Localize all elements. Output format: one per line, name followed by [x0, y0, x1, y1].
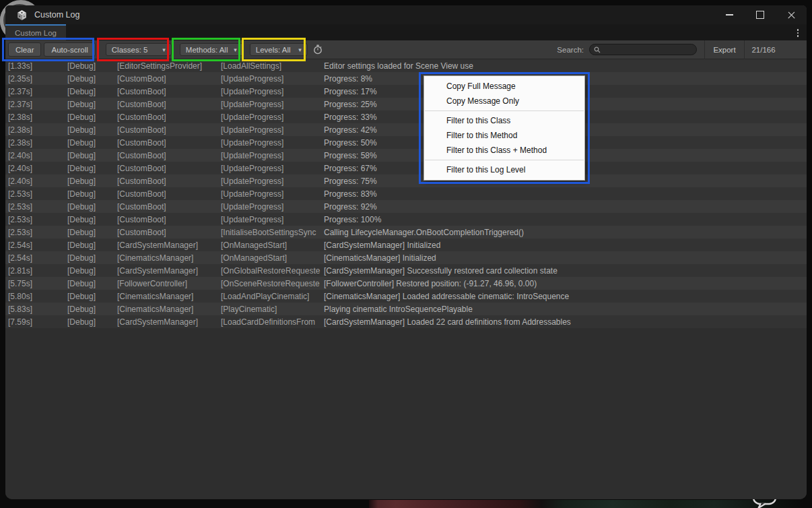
context-menu-item[interactable]: Filter to this Log Level	[424, 162, 584, 177]
log-class: [CardSystemManager]	[117, 266, 221, 276]
log-time: [2.35s]	[8, 74, 65, 84]
log-level: [Debug]	[65, 74, 117, 84]
log-time: [2.81s]	[8, 266, 65, 276]
log-level: [Debug]	[65, 87, 117, 96]
log-method: [UpdateProgress]	[221, 164, 324, 173]
log-row[interactable]: [2.54s][Debug][CinematicsManager][OnMana…	[5, 251, 807, 264]
classes-dropdown-label: Classes: 5	[112, 46, 148, 54]
log-time: [7.59s]	[8, 317, 65, 327]
log-time: [1.33s]	[8, 61, 65, 71]
log-class: [CustomBoot]	[117, 113, 221, 122]
log-method: [UpdateProgress]	[221, 125, 324, 135]
clear-button[interactable]: Clear	[8, 42, 41, 57]
menu-separator	[425, 110, 584, 111]
log-method: [LoadAndPlayCinematic]	[221, 292, 324, 301]
log-row[interactable]: [7.59s][Debug][CardSystemManager][LoadCa…	[5, 315, 807, 328]
log-row[interactable]: [2.38s][Debug][CustomBoot][UpdateProgres…	[5, 123, 807, 136]
title-bar[interactable]: Custom Log	[5, 5, 807, 24]
log-row[interactable]: [2.53s][Debug][CustomBoot][UpdateProgres…	[5, 200, 807, 213]
log-message: [CinematicsManager] Initialized	[324, 253, 807, 263]
log-level: [Debug]	[65, 253, 117, 263]
log-class: [CustomBoot]	[117, 125, 221, 135]
log-method: [InitialiseBootSettingsSync	[221, 228, 324, 237]
context-menu-item[interactable]: Filter to this Class	[424, 113, 584, 128]
log-row[interactable]: [2.53s][Debug][CustomBoot][UpdateProgres…	[5, 187, 807, 200]
log-time: [2.40s]	[8, 177, 65, 186]
log-row[interactable]: [2.38s][Debug][CustomBoot][UpdateProgres…	[5, 136, 807, 149]
log-level: [Debug]	[65, 241, 117, 250]
log-row[interactable]: [5.80s][Debug][CinematicsManager][LoadAn…	[5, 290, 807, 303]
context-menu-item[interactable]: Copy Message Only	[424, 94, 584, 108]
log-level: [Debug]	[65, 279, 117, 288]
log-time: [2.38s]	[8, 113, 65, 122]
log-level: [Debug]	[65, 113, 117, 122]
log-row[interactable]: [2.35s][Debug][CustomBoot][UpdateProgres…	[5, 72, 807, 85]
close-button[interactable]	[776, 5, 807, 24]
log-time: [2.53s]	[8, 189, 65, 199]
more-options-kebab-icon[interactable]	[796, 28, 801, 38]
log-method: [OnGlobalRestoreRequeste	[221, 266, 324, 276]
log-method: [UpdateProgress]	[221, 151, 324, 160]
methods-dropdown[interactable]: Methods: All ▾	[180, 43, 243, 56]
log-time: [5.80s]	[8, 292, 65, 301]
tab-custom-log[interactable]: Custom Log	[5, 24, 66, 40]
levels-dropdown[interactable]: Levels: All ▾	[250, 43, 308, 56]
log-message: Progress: 100%	[324, 215, 807, 224]
log-time: [5.75s]	[8, 279, 65, 288]
log-method: [OnSceneRestoreRequeste	[221, 279, 324, 288]
log-row[interactable]: [2.53s][Debug][CustomBoot][InitialiseBoo…	[5, 226, 807, 239]
search-input[interactable]	[603, 45, 692, 55]
log-method: [UpdateProgress]	[221, 189, 324, 199]
context-menu-item[interactable]: Copy Full Message	[424, 79, 584, 94]
log-row[interactable]: [5.83s][Debug][CinematicsManager][PlayCi…	[5, 303, 807, 315]
context-menu-item[interactable]: Filter to this Method	[424, 128, 584, 143]
log-class: [CardSystemManager]	[117, 317, 221, 327]
log-row[interactable]: [2.81s][Debug][CardSystemManager][OnGlob…	[5, 264, 807, 277]
log-row[interactable]: [1.33s][Debug][EditorSettingsProvider][L…	[5, 59, 807, 72]
log-class: [CustomBoot]	[117, 215, 221, 224]
chevron-down-icon: ▾	[162, 46, 166, 53]
search-icon	[594, 46, 601, 53]
log-row[interactable]: [2.54s][Debug][CardSystemManager][OnMana…	[5, 239, 807, 251]
close-icon	[787, 11, 796, 20]
log-class: [CustomBoot]	[117, 138, 221, 148]
log-level: [Debug]	[65, 292, 117, 301]
log-row[interactable]: [2.38s][Debug][CustomBoot][UpdateProgres…	[5, 110, 807, 123]
export-button[interactable]: Export	[705, 46, 744, 54]
log-row[interactable]: [2.53s][Debug][CustomBoot][UpdateProgres…	[5, 213, 807, 226]
log-time: [2.53s]	[8, 215, 65, 224]
log-time: [2.53s]	[8, 228, 65, 237]
custom-log-window: Custom Log Custom Log Clear Auto-scroll …	[5, 5, 807, 499]
log-message: [CinematicsManager] Loaded addressable c…	[324, 292, 807, 301]
log-method: [UpdateProgress]	[221, 177, 324, 186]
autoscroll-toggle-button[interactable]: Auto-scroll	[44, 42, 95, 57]
log-method: [LoadCardDefinitionsFrom	[221, 317, 324, 327]
log-row[interactable]: [5.75s][Debug][FollowerController][OnSce…	[5, 277, 807, 290]
tab-bar: Custom Log	[5, 24, 807, 40]
log-class: [CardSystemManager]	[117, 241, 221, 250]
log-row[interactable]: [2.40s][Debug][CustomBoot][UpdateProgres…	[5, 162, 807, 174]
log-row[interactable]: [2.40s][Debug][CustomBoot][UpdateProgres…	[5, 149, 807, 162]
minimize-button[interactable]	[714, 5, 745, 24]
log-time: [2.40s]	[8, 151, 65, 160]
log-method: [UpdateProgress]	[221, 87, 324, 96]
maximize-button[interactable]	[745, 5, 776, 24]
stopwatch-icon[interactable]	[313, 44, 323, 55]
log-method: [OnManagedStart]	[221, 253, 324, 263]
log-level: [Debug]	[65, 151, 117, 160]
log-level: [Debug]	[65, 202, 117, 212]
log-row[interactable]: [2.37s][Debug][CustomBoot][UpdateProgres…	[5, 98, 807, 110]
menu-separator	[425, 160, 584, 160]
log-row[interactable]: [2.40s][Debug][CustomBoot][UpdateProgres…	[5, 174, 807, 187]
context-menu-item[interactable]: Filter to this Class + Method	[424, 143, 584, 158]
log-level: [Debug]	[65, 317, 117, 327]
log-time: [2.38s]	[8, 138, 65, 148]
log-level: [Debug]	[65, 100, 117, 109]
context-menu: Copy Full MessageCopy Message OnlyFilter…	[424, 75, 585, 181]
log-method: [UpdateProgress]	[221, 74, 324, 84]
classes-dropdown[interactable]: Classes: 5 ▾	[106, 43, 172, 56]
log-row[interactable]: [2.37s][Debug][CustomBoot][UpdateProgres…	[5, 85, 807, 98]
log-class: [CustomBoot]	[117, 74, 221, 84]
log-level: [Debug]	[65, 138, 117, 148]
search-box[interactable]	[589, 44, 697, 55]
